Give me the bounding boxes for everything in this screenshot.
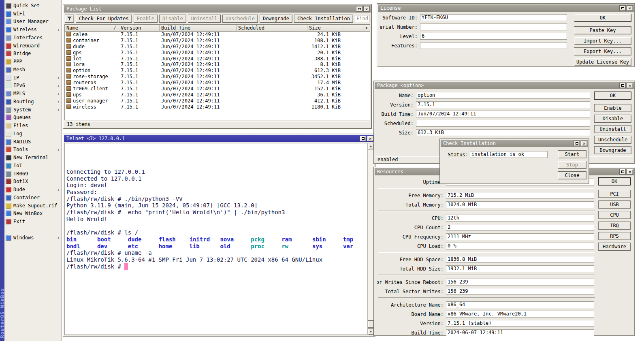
check-installation-button[interactable]: Check Installation xyxy=(294,15,353,23)
package-row-iot[interactable]: iot7.15.1Jun/07/2024 12:49:11388.1 KiB xyxy=(65,56,370,62)
close-icon[interactable]: × xyxy=(367,136,373,141)
close-icon[interactable]: × xyxy=(363,6,370,12)
resources-field-total-memory-value[interactable]: 1024.0 MiB xyxy=(446,201,594,208)
sidebar-item-ip[interactable]: IP› xyxy=(4,74,62,82)
package-option-downgrade-button[interactable]: Downgrade xyxy=(594,146,631,154)
sidebar-item-log[interactable]: Log xyxy=(4,130,62,138)
package-option-ok-button[interactable]: OK xyxy=(594,92,631,100)
sidebar-item-mesh[interactable]: Mesh xyxy=(4,66,62,74)
telnet-titlebar[interactable]: Telnet <7> 127.0.0.1 × xyxy=(64,135,374,142)
package-row-wireless[interactable]: wireless7.15.1Jun/07/2024 12:49:111180.1… xyxy=(65,104,370,110)
column-header-scheduled[interactable]: Scheduled xyxy=(237,25,307,32)
sidebar-item-exit[interactable]: Exit xyxy=(4,217,62,226)
resources-field-free-memory-value[interactable]: 715.2 MiB xyxy=(446,192,594,199)
sidebar-item-ipv6[interactable]: IPv6› xyxy=(4,82,62,90)
license-titlebar[interactable]: License × xyxy=(378,4,634,12)
license-field-software-id-value[interactable]: YFTK-EK6U xyxy=(420,14,567,21)
resources-field-cpu-frequency-value[interactable]: 2111 MHz xyxy=(446,233,594,240)
sidebar-item-mpls[interactable]: MPLS› xyxy=(4,90,62,98)
sidebar-item-dude[interactable]: Dude› xyxy=(4,185,62,194)
license-field-features-value[interactable] xyxy=(420,42,567,49)
sidebar-item-queues[interactable]: Queues xyxy=(4,114,62,122)
sidebar-item-routing[interactable]: Routing› xyxy=(4,98,62,106)
sidebar-item-wireless[interactable]: Wireless› xyxy=(4,26,62,34)
resources-field-sector-writes-since-reboot-value[interactable]: 156 239 xyxy=(446,279,594,286)
uninstall-button[interactable]: Uninstall xyxy=(188,15,221,23)
sidebar-item-radius[interactable]: RADIUS xyxy=(4,138,62,146)
sidebar-item-tr069[interactable]: TR069 xyxy=(4,170,62,178)
license-field-level-value[interactable]: 6 xyxy=(420,33,567,40)
package-row-user-manager[interactable]: user-manager7.15.1Jun/07/2024 12:49:1141… xyxy=(65,98,370,104)
package-row-gps[interactable]: gps7.15.1Jun/07/2024 12:49:1120.1 KiB xyxy=(65,50,370,56)
scroll-down-icon[interactable]: ▼ xyxy=(368,328,374,335)
check-installation-titlebar[interactable]: Check Installation × xyxy=(441,140,588,147)
license-update-license-key-button[interactable]: Update License Key xyxy=(574,58,631,66)
sidebar-item-new-terminal[interactable]: New Terminal xyxy=(4,153,62,162)
resources-field-cpu-value[interactable]: 12th xyxy=(446,215,594,222)
package-row-routeros[interactable]: routeros7.15.1Jun/07/2024 12:49:1117.4 M… xyxy=(65,80,370,86)
find-input[interactable] xyxy=(355,15,369,22)
package-option-unschedule-button[interactable]: Unschedule xyxy=(594,136,631,144)
package-field-name-value[interactable]: option xyxy=(416,92,590,99)
resources-field-board-name-value[interactable]: x86 VMware, Inc. VMware20,1 xyxy=(446,311,594,318)
package-option-enable-button[interactable]: Enable xyxy=(594,104,631,112)
column-header-name[interactable]: Name / xyxy=(65,25,119,32)
resources-usb-button[interactable]: USB xyxy=(598,200,631,209)
sidebar-item-container[interactable]: Container xyxy=(4,194,62,202)
column-header-version[interactable]: Version xyxy=(119,25,160,32)
terminal-scrollbar[interactable]: ▲ ▼ xyxy=(367,143,374,335)
package-list-titlebar[interactable]: Package List × xyxy=(64,5,371,13)
column-header-build-time[interactable]: Build Time xyxy=(160,25,237,32)
resources-irq-button[interactable]: IRQ xyxy=(598,222,631,230)
unschedule-button[interactable]: Unschedule xyxy=(222,15,258,23)
license-export-key-button[interactable]: Export Key... xyxy=(574,47,631,55)
sidebar-item-tools[interactable]: Tools› xyxy=(4,146,62,154)
restore-icon[interactable] xyxy=(360,136,366,141)
sidebar-item-new-winbox[interactable]: New WinBox xyxy=(4,210,62,218)
package-option-uninstall-button[interactable]: Uninstall xyxy=(594,125,631,133)
close-icon[interactable]: × xyxy=(627,169,633,175)
resources-field-architecture-name-value[interactable]: x86_64 xyxy=(446,301,594,308)
restore-icon[interactable] xyxy=(619,5,626,11)
resources-field-free-hdd-space-value[interactable]: 1836.8 MiB xyxy=(446,256,594,263)
sidebar-item-windows[interactable]: Windows› xyxy=(4,234,62,242)
sidebar-item-iot[interactable]: IoT xyxy=(4,162,62,170)
disable-button[interactable]: Disable xyxy=(159,15,186,23)
sidebar-item-interfaces[interactable]: Interfaces xyxy=(4,34,62,42)
scroll-up-icon[interactable]: ▲ xyxy=(368,143,374,149)
package-field-version-value[interactable]: 7.15.1 xyxy=(416,101,590,108)
resources-hardware-button[interactable]: Hardware xyxy=(598,243,631,251)
resources-field-version-value[interactable]: 7.15.1 (stable) xyxy=(446,320,594,327)
package-field-size-value[interactable]: 612.3 KiB xyxy=(416,129,590,136)
restore-icon[interactable] xyxy=(619,169,626,175)
column-header-size[interactable]: Size xyxy=(307,25,343,32)
license-import-key-button[interactable]: Import Key... xyxy=(574,37,631,45)
sidebar-item-wireguard[interactable]: WireGuard xyxy=(4,42,62,50)
restore-icon[interactable] xyxy=(619,83,626,88)
license-field-serial-number-value[interactable] xyxy=(420,23,567,30)
resources-field-cpu-load-value[interactable]: 0 % xyxy=(446,243,594,249)
scrollbar-thumb[interactable] xyxy=(368,320,374,328)
package-option-titlebar[interactable]: Package <option> × xyxy=(375,82,634,89)
package-row-ups[interactable]: ups7.15.1Jun/07/2024 12:49:1136.1 KiB xyxy=(65,92,370,98)
package-field-build-time-value[interactable]: Jun/07/2024 12:49:11 xyxy=(416,111,590,117)
package-row-tr069-client[interactable]: tr069-client7.15.1Jun/07/2024 12:49:1115… xyxy=(65,86,370,92)
package-row-dude[interactable]: dude7.15.1Jun/07/2024 12:49:111412.1 KiB xyxy=(65,44,370,50)
package-row-lora[interactable]: lora7.15.1Jun/07/2024 12:49:118.1 KiB xyxy=(65,62,370,68)
resources-field-total-hdd-size-value[interactable]: 1932.1 MiB xyxy=(446,265,594,272)
resources-rps-button[interactable]: RPS xyxy=(598,232,631,240)
sidebar-item-user-manager[interactable]: User Manager xyxy=(4,18,62,26)
check-installation-close-button[interactable]: Close xyxy=(558,171,586,179)
package-row-option[interactable]: option7.15.1Jun/07/2024 12:49:11612.3 Ki… xyxy=(65,68,370,74)
resources-ok-button[interactable]: OK xyxy=(598,177,631,185)
check-installation-stop-button[interactable]: Stop xyxy=(558,161,586,169)
package-row-rose-storage[interactable]: rose-storage7.15.1Jun/07/2024 12:49:1134… xyxy=(65,74,370,80)
downgrade-button[interactable]: Downgrade xyxy=(260,15,292,23)
close-icon[interactable]: × xyxy=(627,83,633,88)
package-row-container[interactable]: container7.15.1Jun/07/2024 12:49:11108.1… xyxy=(65,38,370,44)
package-row-calea[interactable]: calea7.15.1Jun/07/2024 12:49:1124.1 KiB xyxy=(65,32,370,38)
sidebar-item-ppp[interactable]: PPP xyxy=(4,58,62,66)
close-icon[interactable]: × xyxy=(627,5,633,11)
package-option-disable-button[interactable]: Disable xyxy=(594,115,631,123)
close-icon[interactable]: × xyxy=(581,141,587,146)
